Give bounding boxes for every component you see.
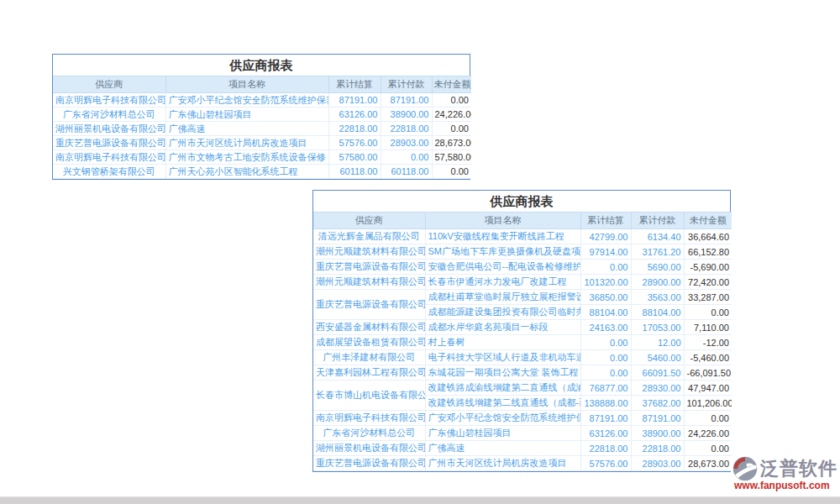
project-link[interactable]: 广东佛山碧桂园项目	[165, 108, 328, 122]
supplier-link[interactable]: 湖州丽景机电设备有限公司	[313, 441, 425, 456]
project-link[interactable]: 成都能源建设集团投资有限公司临时办公场所装修工程	[425, 305, 580, 320]
supplier-link[interactable]: 南京明辉电子科技有限公司	[53, 150, 165, 165]
supplier-link[interactable]: 潮州元顺建筑材料有限公司	[313, 275, 425, 290]
project-link[interactable]: 广佛高速	[425, 441, 580, 456]
paid-value: 6134.40	[631, 229, 684, 244]
supplier-link[interactable]: 广州丰泽建材有限公司	[313, 350, 425, 365]
supplier-link[interactable]: 湖州丽景机电设备有限公司	[53, 122, 165, 136]
settled-value: 0.00	[580, 335, 631, 350]
unpaid-value: -5,690.00	[684, 260, 732, 275]
table-row: 南京明辉电子科技有限公司 广安邓小平纪念馆安全防范系统维护保养项目 87191.…	[313, 411, 732, 426]
unpaid-value: 7,110.00	[684, 320, 732, 335]
supplier-link[interactable]: 重庆艺普电源设备有限公司	[313, 260, 425, 275]
settled-value: 63126.00	[328, 108, 381, 122]
project-link[interactable]: 广州市文物考古工地安防系统设备保修	[165, 150, 328, 165]
table-row: 湖州丽景机电设备有限公司 广佛高速 22818.00 22818.00 0.00	[313, 441, 732, 456]
col-header-settled: 累计结算	[580, 213, 631, 229]
paid-value: 88104.00	[631, 305, 684, 320]
project-link[interactable]: 广佛高速	[165, 122, 328, 136]
project-link[interactable]: 东城花园一期项目公寓大堂 装饰工程	[425, 365, 580, 381]
table-row: 重庆艺普电源设备有限公司 成都杜甫草堂临时展厅独立展柜报警设备安装项目 3685…	[313, 290, 732, 305]
paid-value: 12.00	[631, 335, 684, 350]
table-row: 兴文钢管桥架有限公司 广州天心苑小区智能化系统工程 60118.00 60118…	[53, 165, 471, 179]
settled-value: 97914.00	[580, 244, 631, 260]
table-row: 西安盛器金属材料有限公司 成都水岸华庭名苑项目一标段 24163.00 1705…	[313, 320, 732, 335]
table-header-row: 供应商 项目名称 累计结算 累计付款 未付金额	[53, 76, 471, 93]
project-link[interactable]: 成都水岸华庭名苑项目一标段	[425, 320, 580, 335]
settled-value: 57580.00	[328, 150, 381, 165]
project-link[interactable]: 广州市天河区统计局机房改造项目	[165, 136, 328, 150]
table-row: 南京明辉电子科技有限公司 广安邓小平纪念馆安全防范系统维护保养项目 87191.…	[53, 93, 471, 108]
project-link[interactable]: 改建铁路线增建第二线直通线（成都-西安）电力线	[425, 396, 580, 411]
settled-value: 87191.00	[328, 93, 381, 108]
settled-value: 0.00	[580, 260, 631, 275]
unpaid-value: 24,226.00	[432, 108, 471, 122]
horizontal-scrollbar[interactable]	[0, 496, 840, 504]
settled-value: 0.00	[580, 350, 631, 365]
fanpu-logo-icon	[732, 456, 758, 481]
settled-value: 24163.00	[580, 320, 631, 335]
project-link[interactable]: 安徽合肥供电公司--配电设备检修维护和改造	[425, 260, 580, 275]
project-link[interactable]: 村上春树	[425, 335, 580, 350]
table-row: 广州丰泽建材有限公司 电子科技大学区域人行道及非机动车道工程施工 0.00 54…	[313, 350, 732, 365]
settled-value: 138888.00	[580, 396, 631, 411]
supplier-link[interactable]: 广东省河沙材料总公司	[53, 108, 165, 122]
unpaid-value: -66,091.50	[684, 365, 732, 381]
project-link[interactable]: 长春市伊通河水力发电厂改建工程	[425, 275, 580, 290]
supplier-link[interactable]: 南京明辉电子科技有限公司	[313, 411, 425, 426]
report-table: 供应商 项目名称 累计结算 累计付款 未付金额 南京明辉电子科技有限公司 广安邓…	[53, 76, 471, 179]
project-link[interactable]: 电子科技大学区域人行道及非机动车道工程施工	[425, 350, 580, 365]
project-link[interactable]: 广安邓小平纪念馆安全防范系统维护保养项目	[165, 93, 328, 108]
table-row: 重庆艺普电源设备有限公司 广州市天河区统计局机房改造项目 57576.00 28…	[53, 136, 471, 150]
table-row: 重庆艺普电源设备有限公司 广州市天河区统计局机房改造项目 57576.00 28…	[313, 456, 732, 471]
supplier-link[interactable]: 重庆艺普电源设备有限公司	[53, 136, 165, 150]
paid-value: 38900.00	[631, 426, 684, 441]
report-table: 供应商 项目名称 累计结算 累计付款 未付金额 清远光辉金属品有限公司 110k…	[313, 212, 732, 471]
page: 供应商报表 供应商 项目名称 累计结算 累计付款 未付金额 南京明辉电子科技有限…	[0, 0, 840, 504]
project-link[interactable]: 广州天心苑小区智能化系统工程	[165, 165, 328, 179]
paid-value: 3563.00	[631, 290, 684, 305]
paid-value: 38900.00	[381, 108, 432, 122]
supplier-link[interactable]: 南京明辉电子科技有限公司	[53, 93, 165, 108]
supplier-link[interactable]: 长春市博山机电设备有限公司	[313, 381, 425, 411]
report-title: 供应商报表	[313, 191, 730, 212]
unpaid-value: 36,664.60	[684, 229, 732, 244]
table-row: 湖州丽景机电设备有限公司 广佛高速 22818.00 22818.00 0.00	[53, 122, 471, 136]
supplier-link[interactable]: 潮州元顺建筑材料有限公司	[313, 244, 425, 260]
settled-value: 57576.00	[328, 136, 381, 150]
unpaid-value: 101,206.00	[684, 396, 732, 411]
supplier-report-table-2: 供应商报表 供应商 项目名称 累计结算 累计付款 未付金额 清远光辉金属品有限公…	[312, 190, 731, 472]
settled-value: 22818.00	[328, 122, 381, 136]
supplier-link[interactable]: 清远光辉金属品有限公司	[313, 229, 425, 244]
supplier-link[interactable]: 兴文钢管桥架有限公司	[53, 165, 165, 179]
project-link[interactable]: 广州市天河区统计局机房改造项目	[425, 456, 580, 471]
unpaid-value: -12.00	[684, 335, 732, 350]
paid-value: 5460.00	[631, 350, 684, 365]
table-row: 广东省河沙材料总公司 广东佛山碧桂园项目 63126.00 38900.00 2…	[313, 426, 732, 441]
supplier-link[interactable]: 重庆艺普电源设备有限公司	[313, 456, 425, 471]
table-row: 成都展望设备租赁有限公司 村上春树 0.00 12.00 -12.00	[313, 335, 732, 350]
project-link[interactable]: 成都杜甫草堂临时展厅独立展柜报警设备安装项目	[425, 290, 580, 305]
unpaid-value: 0.00	[432, 93, 471, 108]
table-header-row: 供应商 项目名称 累计结算 累计付款 未付金额	[313, 213, 732, 229]
supplier-link[interactable]: 重庆艺普电源设备有限公司	[313, 290, 425, 320]
project-link[interactable]: 改建铁路成渝线增建第二直通线（成渝枢纽）电力线	[425, 381, 580, 396]
paid-value: 22818.00	[381, 122, 432, 136]
paid-value: 87191.00	[631, 411, 684, 426]
project-link[interactable]: SM广场地下车库更换摄像机及硬盘项目	[425, 244, 580, 260]
project-link[interactable]: 广安邓小平纪念馆安全防范系统维护保养项目	[425, 411, 580, 426]
settled-value: 57576.00	[580, 456, 631, 471]
unpaid-value: 0.00	[684, 411, 732, 426]
col-header-unpaid: 未付金额	[432, 76, 471, 93]
supplier-link[interactable]: 西安盛器金属材料有限公司	[313, 320, 425, 335]
settled-value: 60118.00	[328, 165, 381, 179]
supplier-link[interactable]: 广东省河沙材料总公司	[313, 426, 425, 441]
settled-value: 63126.00	[580, 426, 631, 441]
supplier-link[interactable]: 成都展望设备租赁有限公司	[313, 335, 425, 350]
settled-value: 42799.00	[580, 229, 631, 244]
project-link[interactable]: 110kV安徽线程集变开断线路工程	[425, 229, 580, 244]
project-link[interactable]: 广东佛山碧桂园项目	[425, 426, 580, 441]
supplier-link[interactable]: 天津嘉利园林工程有限公司	[313, 365, 425, 381]
unpaid-value: 24,226.00	[684, 426, 732, 441]
unpaid-value: -5,460.00	[684, 350, 732, 365]
